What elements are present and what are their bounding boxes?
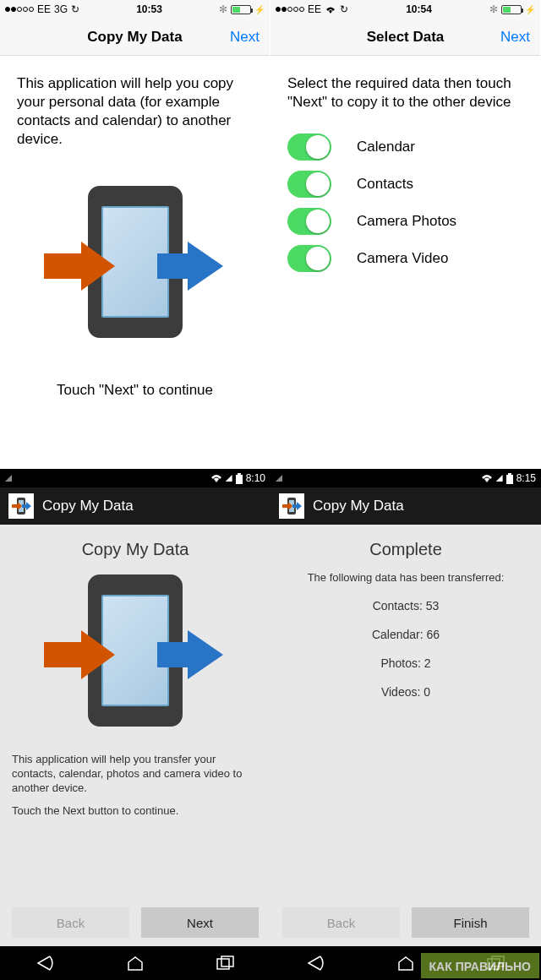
android-status-bar: 8:15 — [270, 469, 541, 487]
cell-icon — [496, 475, 503, 482]
svg-marker-0 — [44, 242, 115, 291]
svg-rect-3 — [238, 473, 241, 475]
screen-heading: Copy My Data — [12, 540, 259, 559]
cell-icon — [226, 475, 232, 482]
toggle-calendar[interactable] — [287, 133, 331, 161]
ios-nav-bar: Copy My Data Next — [0, 19, 270, 56]
description-text-2: Touch the Next button to continue. — [12, 804, 259, 819]
svg-rect-17 — [221, 956, 233, 966]
ios-screen-copy-my-data: EE 3G ↻ 10:53 ✻ ⚡ Copy My Data Next This… — [0, 0, 270, 469]
app-icon — [8, 493, 34, 519]
hint-text: Touch "Next" to continue — [17, 381, 253, 400]
back-button: Back — [282, 907, 400, 938]
toggle-row-video: Camera Video — [287, 245, 523, 272]
home-icon[interactable] — [394, 953, 418, 973]
home-icon[interactable] — [123, 953, 147, 973]
next-button[interactable]: Next — [230, 29, 260, 46]
toggle-label: Camera Video — [357, 250, 448, 267]
toggle-row-contacts: Contacts — [287, 171, 523, 198]
wifi-icon — [325, 5, 336, 14]
status-time: 8:10 — [246, 472, 265, 484]
toggle-row-calendar: Calendar — [287, 133, 523, 161]
sync-icon: ↻ — [340, 3, 348, 15]
android-status-bar: 8:10 — [0, 469, 270, 487]
svg-rect-2 — [236, 475, 243, 484]
svg-marker-9 — [157, 630, 223, 679]
finish-button[interactable]: Finish — [412, 907, 529, 938]
wifi-icon — [210, 474, 222, 482]
result-videos: Videos: 0 — [282, 685, 529, 699]
network-label: 3G — [54, 3, 68, 15]
signal-dots-icon — [276, 7, 304, 12]
android-app-bar: Copy My Data — [270, 487, 541, 525]
android-screen-complete: 8:15 Copy My Data Complete The following… — [270, 469, 541, 946]
ios-status-bar: EE 3G ↻ 10:53 ✻ ⚡ — [0, 0, 270, 19]
battery-icon — [236, 473, 243, 484]
carrier-label: EE — [37, 3, 51, 15]
app-logo-icon — [59, 571, 211, 736]
next-button[interactable]: Next — [500, 29, 530, 46]
status-time: 10:53 — [136, 3, 162, 15]
toggle-label: Camera Photos — [357, 213, 456, 230]
status-time: 8:15 — [516, 472, 536, 484]
android-app-bar: Copy My Data — [0, 487, 270, 525]
android-screen-intro: 8:10 Copy My Data Copy My Data This appl… — [0, 469, 270, 946]
bluetooth-icon: ✻ — [219, 3, 227, 15]
button-bar: Back Next — [0, 899, 270, 946]
toggle-row-photos: Camera Photos — [287, 208, 523, 235]
result-calendar: Calendar: 66 — [282, 628, 529, 641]
sync-icon: ↻ — [71, 3, 79, 15]
carrier-label: EE — [308, 3, 321, 15]
svg-marker-8 — [44, 630, 115, 679]
ios-screen-select-data: EE ↻ 10:54 ✻ ⚡ Select Data Next Select t… — [270, 0, 541, 469]
charging-icon: ⚡ — [525, 5, 535, 14]
svg-marker-1 — [157, 242, 223, 291]
signal-dots-icon — [5, 7, 34, 12]
watermark: КАК ПРАВИЛЬНО — [421, 953, 539, 978]
ios-status-bar: EE ↻ 10:54 ✻ ⚡ — [270, 0, 540, 19]
page-title: Select Data — [367, 29, 445, 46]
toggle-contacts[interactable] — [287, 171, 331, 198]
bluetooth-icon: ✻ — [489, 3, 498, 15]
svg-rect-16 — [217, 959, 229, 969]
appbar-title: Copy My Data — [42, 498, 134, 514]
toggle-label: Contacts — [357, 176, 413, 193]
prompt-text: Select the required data then touch "Nex… — [287, 74, 523, 112]
result-contacts: Contacts: 53 — [282, 599, 529, 612]
toggle-video[interactable] — [287, 245, 331, 272]
description-text: This application will help you transfer … — [12, 753, 259, 796]
battery-icon — [506, 473, 513, 484]
battery-icon — [231, 5, 251, 14]
android-system-navbar: КАК ПРАВИЛЬНО — [0, 946, 541, 980]
back-icon[interactable] — [303, 953, 327, 973]
svg-rect-11 — [508, 473, 511, 475]
app-logo-icon — [59, 182, 211, 347]
page-title: Copy My Data — [87, 29, 182, 46]
toggle-photos[interactable] — [287, 208, 331, 235]
subheading: The following data has been transferred: — [282, 571, 529, 584]
back-icon[interactable] — [33, 953, 57, 973]
signal-icon — [5, 475, 12, 482]
app-icon — [279, 493, 304, 519]
screen-heading: Complete — [282, 540, 529, 559]
battery-icon — [501, 5, 522, 14]
toggle-label: Calendar — [357, 139, 415, 155]
status-time: 10:54 — [406, 3, 432, 15]
ios-nav-bar: Select Data Next — [270, 19, 540, 56]
charging-icon: ⚡ — [254, 5, 265, 14]
intro-text: This application will help you copy your… — [17, 74, 253, 149]
appbar-title: Copy My Data — [313, 498, 404, 514]
svg-rect-10 — [506, 475, 513, 484]
back-button: Back — [12, 907, 129, 938]
result-photos: Photos: 2 — [282, 656, 529, 670]
button-bar: Back Finish — [270, 899, 541, 946]
next-button[interactable]: Next — [141, 907, 259, 938]
wifi-icon — [481, 474, 493, 482]
recent-apps-icon[interactable] — [214, 953, 238, 973]
signal-icon — [276, 475, 282, 482]
